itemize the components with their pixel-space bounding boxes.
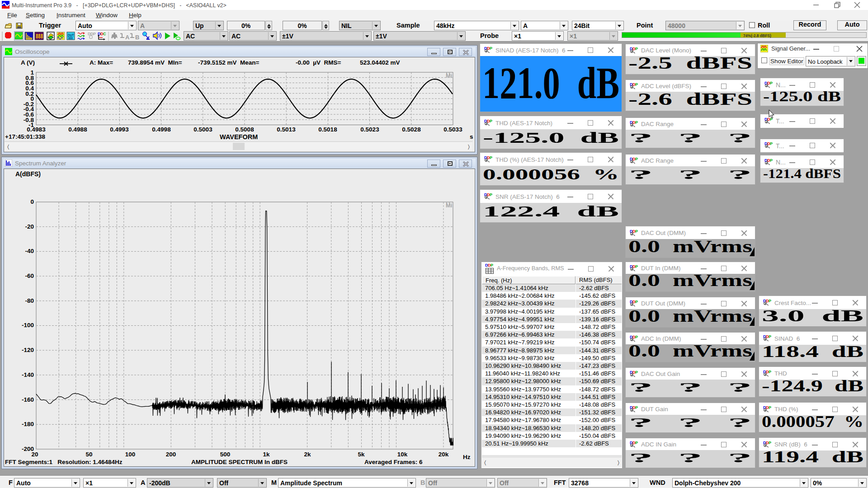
svg-text:0.000057 %: 0.000057 %	[762, 415, 863, 431]
svg-text:? ? ?: ? ? ?	[628, 130, 752, 145]
svg-text:118.4 dB: 118.4 dB	[762, 345, 863, 361]
svg-text:-124.9 dB: -124.9 dB	[762, 380, 863, 395]
svg-text:A: A	[125, 34, 130, 41]
svg-text:0.0 mVrms: 0.0 mVrms	[628, 309, 752, 325]
svg-text:? ? ?: ? ? ?	[628, 380, 752, 394]
svg-text:000: 000	[68, 37, 73, 40]
svg-text:? ? ?: ? ? ?	[628, 415, 752, 430]
svg-text:3.0 dB: 3.0 dB	[762, 309, 863, 325]
svg-text:0.0 mVrms: 0.0 mVrms	[628, 344, 752, 360]
svg-text:121.0 dB: 121.0 dB	[482, 58, 619, 108]
svg-text:0.0 mVrms: 0.0 mVrms	[628, 274, 752, 290]
svg-text:-125.0 dB: -125.0 dB	[483, 130, 619, 146]
svg-text:119.4 dB: 119.4 dB	[762, 450, 863, 466]
svg-text:-2.5 dBFS: -2.5 dBFS	[628, 56, 752, 72]
svg-text:122.4 dB: 122.4 dB	[483, 203, 619, 220]
svg-text:B: B	[135, 34, 139, 41]
svg-text:-121.4 dBFS: -121.4 dBFS	[763, 168, 841, 181]
svg-text:DDP: DDP	[88, 32, 96, 36]
svg-text:? ? ?: ? ? ?	[628, 450, 752, 465]
svg-text:888: 888	[36, 33, 43, 40]
svg-text:? ? ?: ? ? ?	[628, 167, 752, 182]
svg-text:0.000056 %: 0.000056 %	[483, 166, 619, 183]
svg-text:0.0 mVrms: 0.0 mVrms	[628, 239, 752, 256]
svg-text:-125.0 dB: -125.0 dB	[763, 91, 841, 104]
svg-text:-2.6 dBFS: -2.6 dBFS	[628, 92, 752, 108]
